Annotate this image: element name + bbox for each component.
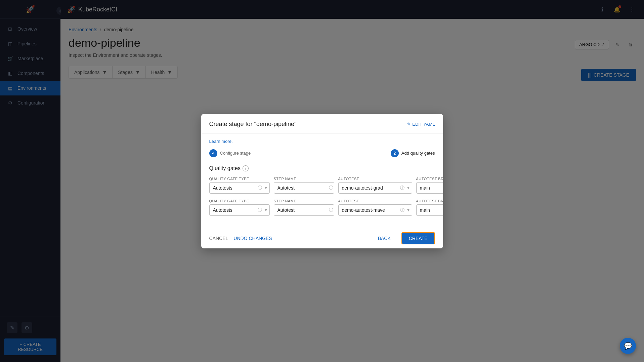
- qgt-info-icon-2: ⓘ: [257, 207, 263, 213]
- autotest-select-wrap-2: demo-autotest-mave ⓘ ▼: [338, 204, 412, 216]
- learn-more-link[interactable]: Learn more.: [209, 139, 435, 144]
- autotest-branch-field-1: Autotest branch main ⓘ ▼: [416, 177, 443, 194]
- step-2-circle: 2: [391, 149, 399, 157]
- cancel-button[interactable]: CANCEL: [209, 236, 228, 241]
- step-2: 2 Add quality gates: [391, 149, 435, 157]
- step-name-select-2[interactable]: Autotest: [274, 205, 328, 215]
- qgt-arrow-icon-1: ▼: [263, 186, 269, 190]
- autotest-select-2[interactable]: demo-autotest-mave: [339, 205, 399, 215]
- gate-row-2: Quality gate type Autotests ⓘ ▼ Step nam…: [209, 199, 435, 216]
- quality-gate-type-field-2: Quality gate type Autotests ⓘ ▼: [209, 199, 270, 216]
- autotest-branch-label-1: Autotest branch: [416, 177, 443, 181]
- step-info-icon-2: ⓘ: [328, 207, 334, 213]
- gate-row-1: Quality gate type Autotests ⓘ ▼ Step nam…: [209, 177, 435, 194]
- step-name-select-wrap-2: Autotest ⓘ: [274, 204, 334, 216]
- quality-gate-type-select-wrap-2: Autotests ⓘ ▼: [209, 204, 270, 216]
- quality-gate-type-label-2: Quality gate type: [209, 199, 270, 203]
- step-name-select-1[interactable]: Autotest: [274, 183, 328, 193]
- step-1-label: Configure stage: [220, 151, 251, 156]
- step-1: ✓ Configure stage: [209, 149, 251, 157]
- autotest-branch-select-1[interactable]: main: [417, 183, 443, 193]
- autotest-field-1: Autotest demo-autotest-grad ⓘ ▼: [338, 177, 412, 194]
- qgt-arrow-icon-2: ▼: [263, 208, 269, 212]
- step-name-label-2: Step name: [274, 199, 334, 203]
- step-name-label-1: Step name: [274, 177, 334, 181]
- back-button[interactable]: BACK: [373, 233, 396, 244]
- dialog-title: Create stage for "demo-pipeline": [209, 121, 297, 128]
- create-button[interactable]: CREATE: [401, 232, 435, 244]
- autotest-info-icon-1: ⓘ: [399, 185, 405, 191]
- autotest-branch-select-2[interactable]: main: [417, 205, 443, 215]
- dialog-header: Create stage for "demo-pipeline" ✎ EDIT …: [201, 114, 443, 133]
- modal-overlay: Create stage for "demo-pipeline" ✎ EDIT …: [0, 0, 644, 362]
- autotest-arrow-icon-1: ▼: [405, 186, 412, 190]
- step-1-circle: ✓: [209, 149, 217, 157]
- quality-gate-type-label-1: Quality gate type: [209, 177, 270, 181]
- step-2-label: Add quality gates: [401, 151, 435, 156]
- edit-icon: ✎: [407, 122, 411, 127]
- autotest-arrow-icon-2: ▼: [405, 208, 412, 212]
- undo-changes-button[interactable]: UNDO CHANGES: [233, 236, 272, 241]
- quality-gates-title: Quality gates i: [209, 165, 435, 171]
- step-info-icon-1: ⓘ: [328, 185, 334, 191]
- quality-gate-type-select-wrap-1: Autotests ⓘ ▼: [209, 182, 270, 194]
- create-stage-dialog: Create stage for "demo-pipeline" ✎ EDIT …: [201, 114, 443, 248]
- dialog-body: Learn more. ✓ Configure stage 2 Add qual…: [201, 133, 443, 228]
- dialog-footer: CANCEL UNDO CHANGES BACK CREATE: [201, 228, 443, 248]
- autotest-branch-field-2: Autotest branch main ⓘ ▼: [416, 199, 443, 216]
- step-name-select-wrap-1: Autotest ⓘ: [274, 182, 334, 194]
- chat-icon: 💬: [624, 342, 632, 350]
- quality-gate-type-select-1[interactable]: Autotests: [210, 183, 257, 193]
- quality-gate-type-field-1: Quality gate type Autotests ⓘ ▼: [209, 177, 270, 194]
- autotest-select-wrap-1: demo-autotest-grad ⓘ ▼: [338, 182, 412, 194]
- autotest-field-2: Autotest demo-autotest-mave ⓘ ▼: [338, 199, 412, 216]
- edit-yaml-label: EDIT YAML: [412, 122, 435, 127]
- step-name-field-2: Step name Autotest ⓘ: [274, 199, 334, 216]
- step-line: [255, 153, 386, 153]
- quality-gate-type-select-2[interactable]: Autotests: [210, 205, 257, 215]
- stepper: ✓ Configure stage 2 Add quality gates: [209, 149, 435, 157]
- autotest-select-1[interactable]: demo-autotest-grad: [339, 183, 399, 193]
- autotest-label-2: Autotest: [338, 199, 412, 203]
- qgt-info-icon-1: ⓘ: [257, 185, 263, 191]
- step-name-field-1: Step name Autotest ⓘ: [274, 177, 334, 194]
- autotest-branch-select-wrap-1: main ⓘ ▼: [416, 182, 443, 194]
- edit-yaml-button[interactable]: ✎ EDIT YAML: [407, 122, 435, 127]
- quality-gates-info-icon[interactable]: i: [243, 165, 249, 171]
- check-icon: ✓: [212, 151, 215, 156]
- quality-gates-label: Quality gates: [209, 165, 241, 171]
- autotest-branch-label-2: Autotest branch: [416, 199, 443, 203]
- step-2-number: 2: [393, 151, 396, 156]
- autotest-info-icon-2: ⓘ: [399, 207, 405, 213]
- autotest-label-1: Autotest: [338, 177, 412, 181]
- chat-fab-button[interactable]: 💬: [620, 338, 636, 354]
- autotest-branch-select-wrap-2: main ⓘ ▼: [416, 204, 443, 216]
